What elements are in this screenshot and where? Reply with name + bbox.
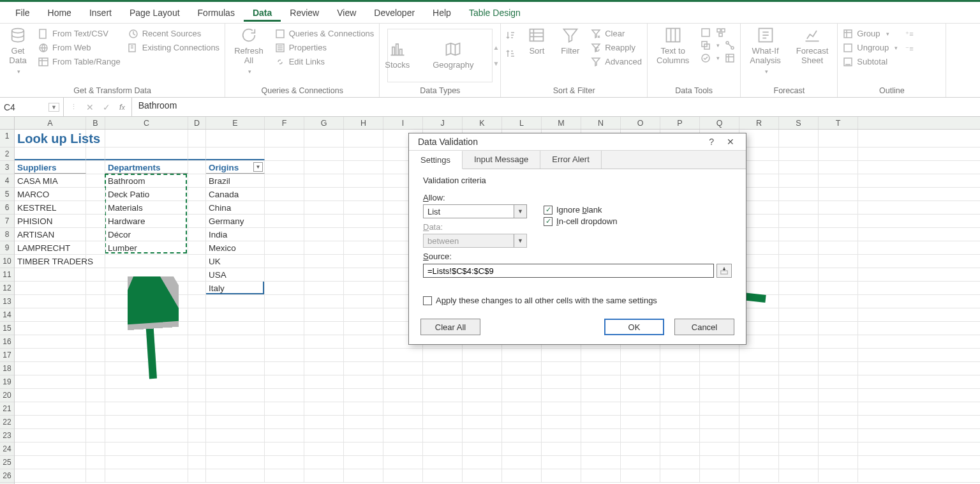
col-header-P[interactable]: P	[660, 117, 700, 129]
cell-B5[interactable]	[86, 188, 105, 200]
cell-H8[interactable]	[344, 228, 383, 241]
cell-H21[interactable]	[344, 402, 383, 415]
cell-T11[interactable]	[819, 268, 858, 281]
formula-value[interactable]: Bathroom	[132, 98, 980, 116]
col-header-I[interactable]: I	[383, 117, 423, 129]
cell-P22[interactable]	[660, 416, 700, 428]
tab-file[interactable]: File	[6, 4, 39, 22]
ungroup-button[interactable]: Ungroup	[843, 42, 898, 55]
cell-S11[interactable]	[779, 268, 819, 281]
relationships[interactable]	[725, 40, 735, 50]
cell-L25[interactable]	[502, 456, 542, 469]
cell-I25[interactable]	[383, 456, 423, 469]
row-header-9[interactable]: 9	[0, 241, 14, 255]
cell-E18[interactable]	[206, 362, 265, 375]
cell-K19[interactable]	[463, 375, 502, 388]
cell-E19[interactable]	[206, 375, 265, 388]
cell-A14[interactable]	[15, 308, 86, 321]
cell-N19[interactable]	[581, 375, 621, 388]
cell-G20[interactable]	[304, 389, 344, 402]
cell-J17[interactable]	[423, 349, 463, 361]
cell-T22[interactable]	[819, 416, 858, 428]
show-detail-icon[interactable]: ⁺≡	[905, 30, 913, 38]
cell-I18[interactable]	[383, 362, 423, 375]
cell-A11[interactable]	[15, 268, 86, 281]
cell-B22[interactable]	[86, 416, 105, 428]
cell-O21[interactable]	[621, 402, 660, 415]
cell-A9[interactable]: LAMPRECHT	[15, 241, 86, 254]
cell-K17[interactable]	[463, 349, 502, 361]
cell-H20[interactable]	[344, 389, 383, 402]
cell-H17[interactable]	[344, 349, 383, 361]
cell-I26[interactable]	[383, 469, 423, 482]
cell-C19[interactable]	[105, 375, 188, 388]
cell-S6[interactable]	[779, 201, 819, 214]
col-header-G[interactable]: G	[304, 117, 344, 129]
cell-H24[interactable]	[344, 442, 383, 455]
cell-Q25[interactable]	[700, 456, 739, 469]
cell-L18[interactable]	[502, 362, 542, 375]
cell-L24[interactable]	[502, 442, 542, 455]
cell-D11[interactable]	[188, 268, 206, 281]
cell-P23[interactable]	[660, 429, 700, 442]
cell-O24[interactable]	[621, 442, 660, 455]
cell-F20[interactable]	[265, 389, 304, 402]
row-header-24[interactable]: 24	[0, 442, 14, 456]
cell-C10[interactable]	[105, 255, 188, 268]
fx-icon[interactable]: fx	[119, 102, 125, 112]
cell-D26[interactable]	[188, 469, 206, 482]
col-header-F[interactable]: F	[265, 117, 304, 129]
cell-A12[interactable]	[15, 282, 86, 294]
cell-I22[interactable]	[383, 416, 423, 428]
name-box-dropdown-icon[interactable]: ▼	[48, 103, 59, 112]
cell-H1[interactable]	[344, 130, 383, 147]
cell-G4[interactable]	[304, 174, 344, 187]
cell-S15[interactable]	[779, 322, 819, 335]
cell-G19[interactable]	[304, 375, 344, 388]
range-picker-icon[interactable]	[716, 264, 732, 278]
sort-button[interactable]: Sort	[524, 26, 549, 56]
group-button[interactable]: Group	[843, 27, 898, 41]
cell-C17[interactable]	[105, 349, 188, 361]
cell-J23[interactable]	[423, 429, 463, 442]
cell-S21[interactable]	[779, 402, 819, 415]
cell-D7[interactable]	[188, 215, 206, 227]
row-header-3[interactable]: 3	[0, 161, 14, 174]
cell-G16[interactable]	[304, 335, 344, 348]
cell-F12[interactable]	[265, 282, 304, 294]
row-header-2[interactable]: 2	[0, 147, 14, 161]
cell-E20[interactable]	[206, 389, 265, 402]
cell-H10[interactable]	[344, 255, 383, 268]
cell-B1[interactable]	[86, 130, 105, 147]
cell-K26[interactable]	[463, 469, 502, 482]
cell-O19[interactable]	[621, 375, 660, 388]
cell-B9[interactable]	[86, 241, 105, 254]
cell-T13[interactable]	[819, 295, 858, 308]
cell-J20[interactable]	[423, 389, 463, 402]
cell-D5[interactable]	[188, 188, 206, 200]
cell-E1[interactable]	[206, 130, 265, 147]
row-header-14[interactable]: 14	[0, 308, 14, 322]
cell-I21[interactable]	[383, 402, 423, 415]
cell-Q24[interactable]	[700, 442, 739, 455]
cell-P25[interactable]	[660, 456, 700, 469]
row-header-19[interactable]: 19	[0, 375, 14, 389]
clear-all-button[interactable]: Clear All	[420, 319, 480, 335]
cell-A10[interactable]: TIMBER TRADERS	[15, 255, 86, 268]
edit-links[interactable]: Edit Links	[275, 56, 375, 69]
cell-B6[interactable]	[86, 201, 105, 214]
cell-N18[interactable]	[581, 362, 621, 375]
cell-H12[interactable]	[344, 282, 383, 294]
row-header-12[interactable]: 12	[0, 282, 14, 295]
cell-H18[interactable]	[344, 362, 383, 375]
source-input[interactable]	[423, 264, 714, 278]
cell-I24[interactable]	[383, 442, 423, 455]
cell-Q21[interactable]	[700, 402, 739, 415]
filter-button[interactable]: Filter	[557, 26, 583, 56]
cell-D2[interactable]	[188, 147, 206, 160]
tab-developer[interactable]: Developer	[365, 4, 424, 22]
tab-table-design[interactable]: Table Design	[460, 4, 530, 22]
cell-C22[interactable]	[105, 416, 188, 428]
cell-E5[interactable]: Canada	[206, 188, 265, 200]
filter-dropdown-icon[interactable]: ▼	[253, 162, 263, 172]
